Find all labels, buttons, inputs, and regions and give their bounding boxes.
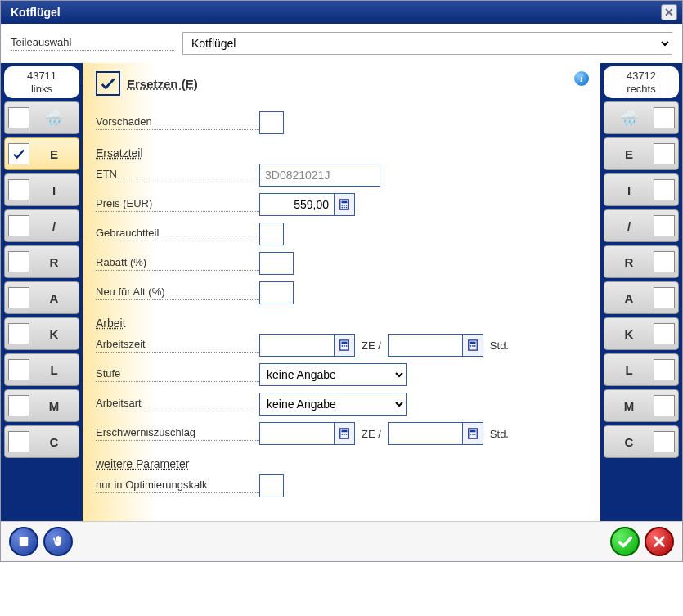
- right-a-input[interactable]: [654, 287, 675, 308]
- right-row-l[interactable]: L: [604, 353, 679, 386]
- arbeitsart-dropdown[interactable]: keine Angabe: [259, 393, 407, 416]
- left-c-check[interactable]: [8, 431, 29, 452]
- right-row-slash[interactable]: /: [604, 209, 679, 242]
- arbeitszeit-std-input[interactable]: [388, 334, 463, 357]
- info-icon[interactable]: i: [574, 71, 589, 86]
- nur-opt-input[interactable]: [259, 474, 284, 497]
- right-row-a[interactable]: A: [604, 281, 679, 314]
- preis-calc-button[interactable]: [334, 193, 355, 216]
- left-row-k[interactable]: K: [4, 317, 79, 350]
- right-r-input[interactable]: [654, 251, 675, 272]
- close-icon[interactable]: ✕: [661, 4, 677, 20]
- left-row-m[interactable]: M: [4, 389, 79, 422]
- left-i-check[interactable]: [8, 179, 29, 200]
- right-row-r[interactable]: R: [604, 245, 679, 278]
- right-row-e[interactable]: E: [604, 137, 679, 170]
- svg-point-22: [346, 434, 348, 435]
- svg-point-25: [470, 434, 471, 435]
- left-row-e[interactable]: E: [4, 137, 79, 170]
- right-l-label: L: [608, 363, 650, 377]
- svg-point-17: [474, 345, 476, 347]
- stufe-dropdown[interactable]: keine Angabe: [259, 363, 407, 386]
- svg-point-15: [470, 345, 471, 347]
- right-k-input[interactable]: [654, 323, 675, 344]
- left-a-check[interactable]: [8, 287, 29, 308]
- left-row-l[interactable]: L: [4, 353, 79, 386]
- ok-button[interactable]: [610, 527, 640, 556]
- arbeitszeit-ze-calc[interactable]: [334, 334, 355, 357]
- left-row-c[interactable]: C: [4, 425, 79, 458]
- left-row-r[interactable]: R: [4, 245, 79, 278]
- svg-point-21: [344, 434, 345, 435]
- right-l-input[interactable]: [654, 359, 675, 380]
- gebrauchtteil-input[interactable]: [259, 223, 284, 245]
- ze-separator: ZE /: [362, 339, 381, 352]
- left-slash-check[interactable]: [8, 215, 29, 236]
- etn-input[interactable]: [259, 164, 380, 187]
- left-r-label: R: [33, 255, 75, 269]
- preis-input[interactable]: [259, 193, 335, 216]
- arbeitszeit-label: Arbeitszeit: [96, 338, 259, 353]
- part-selection-dropdown[interactable]: Kotflügel: [182, 32, 672, 55]
- erschwernis-ze-input[interactable]: [259, 422, 335, 445]
- svg-point-10: [342, 345, 344, 347]
- left-m-check[interactable]: [8, 395, 29, 416]
- document-icon: [16, 534, 31, 549]
- rabatt-input[interactable]: [259, 252, 294, 275]
- check-icon: [616, 533, 634, 551]
- erschwernis-ze-calc[interactable]: [334, 422, 355, 445]
- right-row-c[interactable]: C: [604, 425, 679, 458]
- left-row-i[interactable]: I: [4, 173, 79, 206]
- svg-point-5: [342, 207, 344, 209]
- right-weather-input[interactable]: [654, 107, 675, 128]
- left-row-slash[interactable]: /: [4, 209, 79, 242]
- left-row-weather[interactable]: 🌧️: [4, 101, 79, 134]
- right-row-k[interactable]: K: [604, 317, 679, 350]
- cancel-button[interactable]: [645, 527, 674, 556]
- right-m-label: M: [608, 399, 650, 413]
- left-c-label: C: [33, 435, 75, 449]
- right-e-label: E: [608, 147, 650, 161]
- svg-rect-9: [342, 342, 348, 344]
- right-e-input[interactable]: [654, 143, 675, 164]
- arbeitszeit-std-calc[interactable]: [462, 334, 483, 357]
- left-m-label: M: [33, 399, 75, 413]
- arbeitszeit-ze-input[interactable]: [259, 334, 335, 357]
- neu-fuer-alt-input[interactable]: [259, 281, 294, 304]
- right-c-input[interactable]: [654, 431, 675, 452]
- etn-label: ETN: [96, 168, 259, 182]
- svg-point-26: [472, 434, 474, 435]
- x-icon: [652, 534, 667, 549]
- erschwernis-label: Erschwerniszuschlag: [96, 426, 259, 441]
- left-r-check[interactable]: [8, 251, 29, 272]
- right-row-weather[interactable]: 🌧️: [604, 101, 679, 134]
- right-i-input[interactable]: [654, 179, 675, 200]
- titlebar: Kotflügel ✕: [1, 1, 682, 24]
- calculator-icon: [467, 428, 479, 439]
- svg-point-11: [344, 345, 345, 347]
- vorschaden-input[interactable]: [259, 111, 284, 134]
- svg-point-12: [346, 345, 348, 347]
- erschwernis-std-input[interactable]: [388, 422, 463, 445]
- right-m-input[interactable]: [654, 395, 675, 416]
- left-l-check[interactable]: [8, 359, 29, 380]
- right-i-label: I: [608, 183, 650, 197]
- right-row-m[interactable]: M: [604, 389, 679, 422]
- svg-point-16: [472, 345, 474, 347]
- erschwernis-std-calc[interactable]: [462, 422, 483, 445]
- rabatt-label: Rabatt (%): [96, 256, 259, 271]
- right-part-id: 43712 rechts: [604, 66, 679, 98]
- left-k-check[interactable]: [8, 323, 29, 344]
- footer-button-2[interactable]: [43, 527, 73, 556]
- left-e-check[interactable]: [8, 143, 29, 164]
- left-weather-check[interactable]: [8, 107, 29, 128]
- left-row-a[interactable]: A: [4, 281, 79, 314]
- right-slash-input[interactable]: [654, 215, 675, 236]
- footer-button-1[interactable]: [9, 527, 38, 556]
- svg-rect-14: [470, 342, 475, 344]
- heading-checkbox[interactable]: [96, 71, 120, 96]
- arbeit-section: Arbeit: [96, 317, 587, 330]
- svg-point-20: [342, 434, 344, 435]
- right-r-label: R: [608, 255, 650, 269]
- right-row-i[interactable]: I: [604, 173, 679, 206]
